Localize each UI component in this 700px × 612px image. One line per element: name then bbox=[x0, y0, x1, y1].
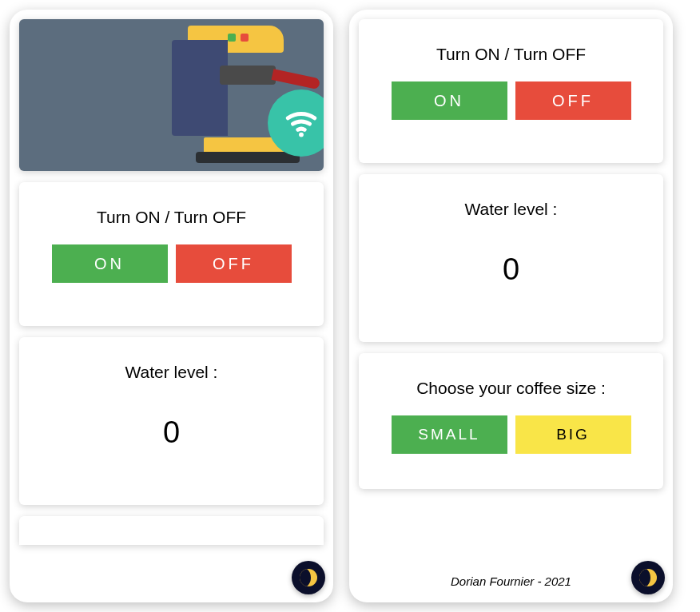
phone-frame-right: Turn ON / Turn OFF ON OFF Water level : … bbox=[349, 10, 673, 602]
power-button-row: ON OFF bbox=[52, 244, 292, 283]
size-card: Choose your coffee size : SMALL BIG bbox=[359, 353, 663, 489]
power-card: Turn ON / Turn OFF ON OFF bbox=[359, 19, 663, 163]
size-button-row: SMALL BIG bbox=[392, 415, 631, 454]
hero-card bbox=[19, 19, 324, 171]
small-button[interactable]: SMALL bbox=[392, 415, 507, 454]
moon-icon bbox=[300, 569, 317, 586]
power-title: Turn ON / Turn OFF bbox=[436, 45, 586, 64]
power-card: Turn ON / Turn OFF ON OFF bbox=[19, 182, 324, 326]
water-value: 0 bbox=[163, 415, 180, 450]
footer-credit: Dorian Fournier - 2021 bbox=[359, 574, 663, 593]
water-card: Water level : 0 bbox=[19, 337, 324, 505]
water-title: Water level : bbox=[465, 200, 558, 219]
water-card: Water level : 0 bbox=[359, 174, 663, 342]
theme-toggle-button[interactable] bbox=[292, 561, 325, 594]
on-button[interactable]: ON bbox=[392, 81, 507, 120]
water-value: 0 bbox=[503, 252, 519, 287]
moon-icon bbox=[639, 569, 657, 586]
power-title: Turn ON / Turn OFF bbox=[97, 208, 246, 227]
power-button-row: ON OFF bbox=[392, 81, 631, 120]
next-card-peek bbox=[19, 516, 324, 545]
phone-frame-left: Turn ON / Turn OFF ON OFF Water level : … bbox=[10, 10, 333, 602]
big-button[interactable]: BIG bbox=[515, 415, 631, 454]
size-title: Choose your coffee size : bbox=[416, 379, 606, 398]
off-button[interactable]: OFF bbox=[176, 244, 292, 283]
svg-point-0 bbox=[299, 133, 304, 137]
off-button[interactable]: OFF bbox=[515, 81, 631, 120]
theme-toggle-button[interactable] bbox=[631, 561, 665, 594]
on-button[interactable]: ON bbox=[52, 244, 168, 283]
water-title: Water level : bbox=[125, 363, 218, 382]
